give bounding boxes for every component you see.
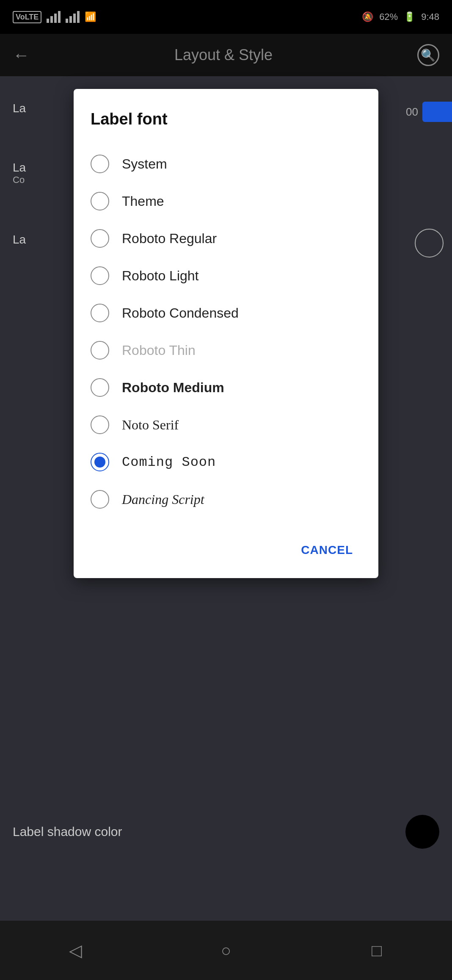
background-content: La 00 La Co La Label shadow color Label … — [0, 76, 452, 980]
font-option-coming-soon[interactable]: Coming Soon — [91, 443, 361, 481]
label-font-dialog: Label font SystemThemeRoboto RegularRobo… — [74, 89, 378, 578]
font-option-noto-serif[interactable]: Noto Serif — [91, 406, 361, 443]
status-bar: VoLTE 📶 🔕 62% 🔋 9:48 — [0, 0, 452, 34]
volte-indicator: VoLTE — [13, 11, 41, 23]
font-option-roboto-medium[interactable]: Roboto Medium — [91, 369, 361, 406]
font-label-system: System — [122, 156, 167, 172]
radio-roboto-regular[interactable] — [91, 229, 109, 248]
battery-percent: 62% — [379, 11, 398, 22]
search-button[interactable]: 🔍 — [417, 44, 439, 66]
radio-theme[interactable] — [91, 192, 109, 210]
back-button[interactable]: ← — [13, 46, 30, 65]
wifi-icon: 📶 — [85, 11, 96, 22]
cancel-button[interactable]: CANCEL — [292, 539, 361, 561]
font-option-theme[interactable]: Theme — [91, 183, 361, 220]
radio-system[interactable] — [91, 155, 109, 173]
page-title: Layout & Style — [174, 46, 273, 64]
font-option-roboto-thin[interactable]: Roboto Thin — [91, 332, 361, 369]
radio-inner-coming-soon — [94, 457, 105, 468]
modal-overlay: Label font SystemThemeRoboto RegularRobo… — [0, 76, 452, 980]
radio-roboto-thin[interactable] — [91, 341, 109, 360]
font-option-roboto-regular[interactable]: Roboto Regular — [91, 220, 361, 257]
font-label-roboto-condensed: Roboto Condensed — [122, 305, 239, 321]
radio-noto-serif[interactable] — [91, 415, 109, 434]
status-left: VoLTE 📶 — [13, 11, 96, 23]
back-nav-button[interactable]: ◁ — [58, 933, 92, 967]
radio-roboto-medium[interactable] — [91, 378, 109, 397]
signal-bars-2 — [66, 11, 80, 23]
radio-coming-soon[interactable] — [91, 453, 109, 471]
home-nav-button[interactable]: ○ — [209, 933, 243, 967]
font-option-system[interactable]: System — [91, 145, 361, 183]
font-label-coming-soon: Coming Soon — [122, 454, 216, 470]
radio-dancing-script[interactable] — [91, 490, 109, 509]
font-label-roboto-light: Roboto Light — [122, 268, 198, 284]
dialog-actions: CANCEL — [91, 531, 361, 561]
font-label-roboto-regular: Roboto Regular — [122, 231, 217, 246]
font-option-roboto-condensed[interactable]: Roboto Condensed — [91, 294, 361, 332]
dialog-title: Label font — [91, 110, 361, 128]
font-label-theme: Theme — [122, 194, 164, 209]
status-right: 🔕 62% 🔋 9:48 — [362, 11, 439, 22]
font-option-roboto-light[interactable]: Roboto Light — [91, 257, 361, 294]
radio-roboto-condensed[interactable] — [91, 304, 109, 322]
font-label-roboto-medium: Roboto Medium — [122, 380, 224, 396]
mute-icon: 🔕 — [362, 11, 373, 22]
recents-nav-button[interactable]: □ — [360, 933, 394, 967]
top-bar: ← Layout & Style 🔍 — [0, 34, 452, 76]
battery-icon: 🔋 — [404, 11, 415, 22]
signal-bars — [47, 11, 61, 23]
font-options-list: SystemThemeRoboto RegularRoboto LightRob… — [91, 145, 361, 518]
font-label-dancing-script: Dancing Script — [122, 492, 204, 507]
radio-roboto-light[interactable] — [91, 266, 109, 285]
font-label-roboto-thin: Roboto Thin — [122, 343, 196, 358]
clock: 9:48 — [421, 11, 439, 22]
search-icon: 🔍 — [421, 48, 435, 62]
font-option-dancing-script[interactable]: Dancing Script — [91, 481, 361, 518]
nav-bar: ◁ ○ □ — [0, 921, 452, 980]
font-label-noto-serif: Noto Serif — [122, 417, 179, 433]
